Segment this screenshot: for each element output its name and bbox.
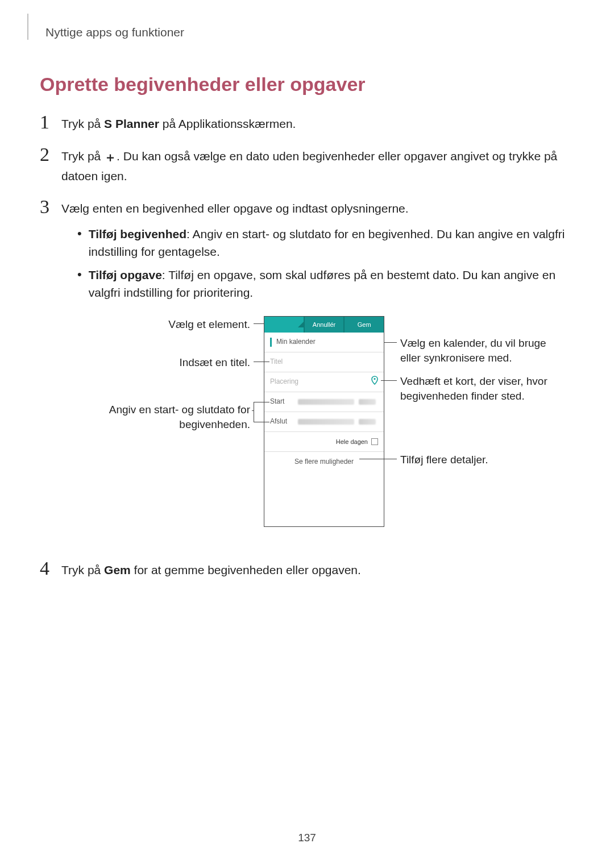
- calendar-row[interactable]: Min kalender: [264, 333, 384, 352]
- step-2: 2 Tryk på ＋. Du kan også vælge en dato u…: [40, 145, 574, 185]
- step-1: 1 Tryk på S Planner på Applikationsskærm…: [40, 113, 574, 132]
- svg-point-0: [374, 378, 375, 380]
- location-pin-icon[interactable]: [371, 376, 378, 388]
- section-heading: Oprette begivenheder eller opgaver: [40, 73, 574, 95]
- callout-calendar: Vælg en kalender, du vil bruge eller syn…: [400, 336, 582, 365]
- callout-more: Tilføj flere detaljer.: [400, 452, 571, 467]
- plus-icon: ＋: [104, 148, 117, 167]
- bullet: • Tilføj opgave: Tilføj en opgave, som s…: [77, 266, 574, 301]
- breadcrumb: Nyttige apps og funktioner: [45, 26, 574, 39]
- location-input[interactable]: Placering: [264, 372, 384, 392]
- title-input[interactable]: Titel: [264, 352, 384, 372]
- cancel-button[interactable]: Annullér: [305, 317, 344, 333]
- callout-dates: Angiv en start- og slutdato for begivenh…: [85, 402, 250, 431]
- callout-element: Vælg et element.: [85, 317, 250, 332]
- more-options-button[interactable]: Se flere muligheder: [264, 452, 384, 472]
- start-row[interactable]: Start: [264, 392, 384, 412]
- step-num: 1: [40, 113, 59, 132]
- callout-title: Indsæt en titel.: [85, 355, 250, 370]
- page-number: 137: [0, 832, 614, 844]
- step-num: 2: [40, 145, 59, 164]
- callout-map: Vedhæft et kort, der viser, hvor begiven…: [400, 374, 588, 403]
- tab-row: Annullér Gem: [264, 317, 384, 333]
- step-3: 3 Vælg enten en begivenhed eller opgave …: [40, 197, 574, 546]
- bullet: • Tilføj begivenhed: Angiv en start- og …: [77, 225, 574, 260]
- annotated-screenshot: Annullér Gem Min kalender Titel Placerin…: [61, 316, 574, 529]
- end-row[interactable]: Afslut: [264, 412, 384, 432]
- step-4: 4 Tryk på Gem for at gemme begivenheden …: [40, 559, 574, 579]
- phone-mock: Annullér Gem Min kalender Titel Placerin…: [264, 316, 384, 527]
- save-button[interactable]: Gem: [345, 317, 384, 333]
- tab-event[interactable]: [264, 317, 304, 333]
- step-num: 4: [40, 559, 59, 578]
- allday-toggle[interactable]: Hele dagen: [264, 432, 384, 452]
- step-num: 3: [40, 197, 59, 217]
